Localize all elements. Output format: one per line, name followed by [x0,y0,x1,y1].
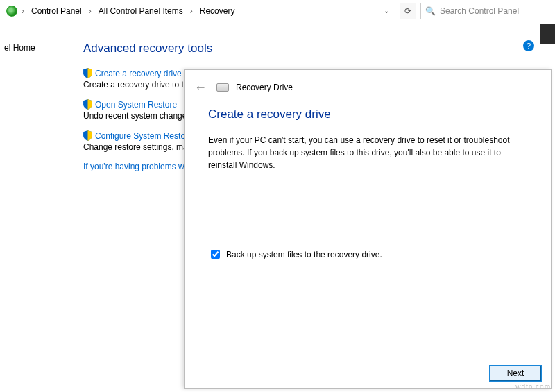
tool-link-label: Open System Restore [95,100,177,110]
chevron-right-icon: › [20,6,26,16]
wizard-title: Create a recovery drive [208,108,527,121]
breadcrumb-dropdown-icon[interactable]: ⌄ [381,7,392,15]
search-placeholder: Search Control Panel [440,6,519,16]
background-overlay [540,24,555,44]
breadcrumb-root[interactable]: Control Panel [28,5,85,17]
section-title: Advanced recovery tools [83,42,430,56]
chevron-right-icon: › [87,6,93,16]
refresh-icon: ⟳ [404,6,411,16]
backup-checkbox[interactable] [211,250,220,259]
control-panel-home-link[interactable]: el Home [4,43,35,53]
wizard-body: Create a recovery drive Even if your PC … [185,98,551,359]
help-button[interactable]: ? [523,40,534,51]
control-panel-icon [6,6,17,17]
drive-icon [216,83,229,92]
backup-checkbox-row[interactable]: Back up system files to the recovery dri… [208,248,527,261]
tool-link-label: Create a recovery drive [95,69,182,78]
breadcrumb-current[interactable]: Recovery [197,5,238,17]
back-button[interactable]: ← [191,80,210,95]
shield-icon [83,130,92,141]
next-button-label: Next [507,368,524,378]
help-icon: ? [527,42,531,50]
next-button[interactable]: Next [490,366,541,381]
wizard-footer: Next [185,359,551,388]
chevron-right-icon: › [189,6,194,16]
search-input[interactable]: 🔍 Search Control Panel [420,3,552,19]
sidebar: el Home [0,35,62,61]
wizard-header-title: Recovery Drive [236,83,293,92]
recovery-drive-wizard: ← Recovery Drive Create a recovery drive… [184,69,552,389]
refresh-button[interactable]: ⟳ [400,3,416,19]
address-bar: › Control Panel › All Control Panel Item… [0,0,555,22]
wizard-header: ← Recovery Drive [185,70,551,98]
backup-checkbox-label: Back up system files to the recovery dri… [226,250,382,259]
shield-icon [83,68,92,78]
tool-link-label: Configure System Restore [95,131,193,141]
shield-icon [83,99,92,110]
wizard-description: Even if your PC can't start, you can use… [208,134,527,171]
watermark: wdfn.com [515,383,551,391]
breadcrumb[interactable]: › Control Panel › All Control Panel Item… [3,3,395,19]
breadcrumb-mid[interactable]: All Control Panel Items [96,5,186,17]
search-icon: 🔍 [425,6,436,16]
